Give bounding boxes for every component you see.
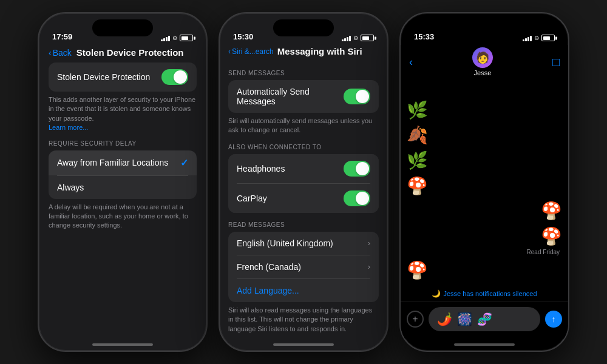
status-time-1: 17:59 bbox=[52, 32, 72, 41]
dynamic-island-2 bbox=[273, 19, 334, 36]
location-options-card: Away from Familiar Locations ✓ Always bbox=[49, 150, 197, 199]
phone3: 15:33 ⊖ ‹ 🧑 Jesse bbox=[399, 12, 569, 352]
messages-header: ‹ 🧑 Jesse □ bbox=[401, 45, 568, 81]
battery-icon-3 bbox=[541, 35, 555, 41]
silenced-text: Jesse has notifications silenced bbox=[443, 290, 537, 297]
emoji-input-area[interactable]: 🌶️ 🎆 🧬 bbox=[429, 307, 540, 331]
wifi-icon-3: ⊖ bbox=[534, 35, 539, 41]
messages-body: 🌿 🍂 🌿 🍄 🍄 🍄 Read Friday bbox=[401, 81, 568, 302]
wifi-icon-2: ⊖ bbox=[353, 35, 358, 41]
status-icons-1: ⊖ bbox=[161, 35, 193, 41]
signal-bars-2 bbox=[342, 35, 351, 41]
msg-6-right: 🍄 bbox=[407, 226, 562, 247]
home-bar-1 bbox=[92, 343, 153, 346]
carplay-label: CarPlay bbox=[237, 194, 267, 203]
status-time-3: 15:33 bbox=[414, 32, 434, 41]
emoji-msg-4: 🍄 bbox=[407, 176, 428, 197]
description-text-1: This adds another layer of security to y… bbox=[49, 96, 195, 122]
emoji-msg-2: 🍂 bbox=[407, 125, 428, 146]
nav-bar-1: ‹ Back Stolen Device Protection bbox=[39, 45, 206, 62]
connected-card: Headphones CarPlay bbox=[228, 154, 379, 213]
phone1-content: ‹ Back Stolen Device Protection Stolen D… bbox=[39, 45, 206, 339]
read-section-header: READ MESSAGES bbox=[228, 221, 379, 228]
msg-7-left: 🍄 bbox=[407, 260, 562, 281]
carplay-toggle[interactable] bbox=[344, 190, 370, 206]
dynamic-island-3 bbox=[454, 19, 515, 36]
add-attachment-button[interactable]: + bbox=[407, 311, 424, 328]
battery-fill-3 bbox=[543, 36, 551, 40]
delay-description: A delay will be required when you are no… bbox=[49, 203, 197, 231]
headphones-label: Headphones bbox=[237, 164, 285, 174]
french-label: French (Canada) bbox=[237, 262, 301, 272]
auto-send-toggle[interactable] bbox=[344, 89, 370, 104]
battery-icon-2 bbox=[361, 35, 374, 41]
back-chevron-2: ‹ bbox=[228, 47, 231, 56]
moon-icon: 🌙 bbox=[432, 289, 441, 298]
emoji-msg-6: 🍄 bbox=[541, 226, 562, 247]
phone2: 15:30 ⊖ ‹ Siri &...earch bbox=[219, 12, 388, 352]
signal-bar-3 bbox=[166, 37, 168, 41]
language-row-french[interactable]: French (Canada) › bbox=[228, 255, 379, 278]
nav-bar-2: ‹ Siri &...earch Messaging with Siri bbox=[220, 45, 387, 61]
headphones-toggle[interactable] bbox=[344, 161, 370, 177]
home-indicator-1 bbox=[39, 339, 206, 351]
carplay-row[interactable]: CarPlay bbox=[228, 184, 379, 213]
option-away-label: Away from Familiar Locations bbox=[57, 158, 168, 167]
back-label-1: Back bbox=[53, 48, 72, 58]
chevron-icon-1: › bbox=[368, 238, 370, 248]
home-indicator-2 bbox=[220, 339, 387, 351]
dynamic-island-1 bbox=[92, 19, 153, 36]
msg-4-left: 🍄 bbox=[407, 176, 562, 197]
checkmark-icon: ✓ bbox=[180, 157, 188, 169]
home-indicator-3 bbox=[401, 339, 568, 351]
back-chevron-1: ‹ bbox=[49, 48, 52, 58]
battery-fill-2 bbox=[362, 36, 370, 40]
learn-more-link[interactable]: Learn more... bbox=[49, 124, 88, 131]
phone3-content: ‹ 🧑 Jesse □ 🌿 🍂 🌿 🍄 bbox=[401, 45, 568, 339]
back-button-1[interactable]: ‹ Back bbox=[49, 48, 72, 58]
chevron-icon-2: › bbox=[368, 262, 370, 271]
auto-send-row[interactable]: Automatically Send Messages bbox=[228, 80, 379, 113]
phone2-content: ‹ Siri &...earch Messaging with Siri SEN… bbox=[220, 45, 387, 339]
video-call-icon[interactable]: □ bbox=[552, 55, 560, 69]
back-button-3[interactable]: ‹ bbox=[409, 56, 413, 69]
back-label-2: Siri &...earch bbox=[232, 47, 274, 56]
status-icons-2: ⊖ bbox=[342, 35, 374, 41]
contact-avatar: 🧑 bbox=[472, 47, 493, 68]
emoji-msg-5: 🍄 bbox=[541, 201, 562, 221]
option-away-from-familiar[interactable]: Away from Familiar Locations ✓ bbox=[49, 150, 197, 175]
auto-send-label: Automatically Send Messages bbox=[237, 87, 344, 106]
input-emoji-2: 🎆 bbox=[457, 312, 472, 326]
option-always-label: Always bbox=[57, 183, 84, 192]
auto-send-card: Automatically Send Messages bbox=[228, 80, 379, 113]
main-toggle-row[interactable]: Stolen Device Protection bbox=[49, 62, 197, 92]
send-button[interactable]: ↑ bbox=[545, 311, 562, 328]
msg-5-right: 🍄 bbox=[407, 201, 562, 221]
phone1: 17:59 ⊖ ‹ Back Stolen D bbox=[38, 12, 208, 352]
auto-send-desc: Siri will automatically send messages un… bbox=[228, 116, 379, 135]
msg-3-left: 🌿 bbox=[407, 150, 562, 171]
signal-bar-2 bbox=[163, 38, 165, 41]
main-toggle-card: Stolen Device Protection bbox=[49, 62, 197, 92]
notifications-silenced-banner: 🌙 Jesse has notifications silenced bbox=[407, 289, 562, 298]
main-toggle-switch[interactable] bbox=[161, 69, 188, 85]
headphones-row[interactable]: Headphones bbox=[228, 154, 379, 183]
msg-2-left: 🍂 bbox=[407, 125, 562, 146]
home-bar-3 bbox=[454, 343, 515, 346]
page-title-2: Messaging with Siri bbox=[277, 46, 362, 56]
language-row-english[interactable]: English (United Kingdom) › bbox=[228, 232, 379, 255]
emoji-msg-3: 🌿 bbox=[407, 150, 428, 171]
msg-1-left: 🌿 bbox=[407, 100, 562, 121]
input-emoji-1: 🌶️ bbox=[437, 312, 452, 326]
back-button-2[interactable]: ‹ Siri &...earch bbox=[228, 47, 274, 56]
connected-section-header: ALSO WHEN CONNECTED TO bbox=[228, 144, 379, 150]
option-always[interactable]: Always bbox=[49, 176, 197, 199]
wifi-icon-1: ⊖ bbox=[172, 35, 177, 41]
contact-info[interactable]: 🧑 Jesse bbox=[472, 47, 493, 76]
main-toggle-label: Stolen Device Protection bbox=[57, 72, 150, 82]
messages-input-bar: + 🌶️ 🎆 🧬 ↑ bbox=[401, 302, 568, 339]
send-section-header: SEND MESSAGES bbox=[228, 70, 379, 76]
add-language-btn[interactable]: Add Language... bbox=[228, 279, 379, 302]
signal-bar-4 bbox=[168, 36, 170, 41]
main-description: This adds another layer of security to y… bbox=[49, 95, 197, 133]
